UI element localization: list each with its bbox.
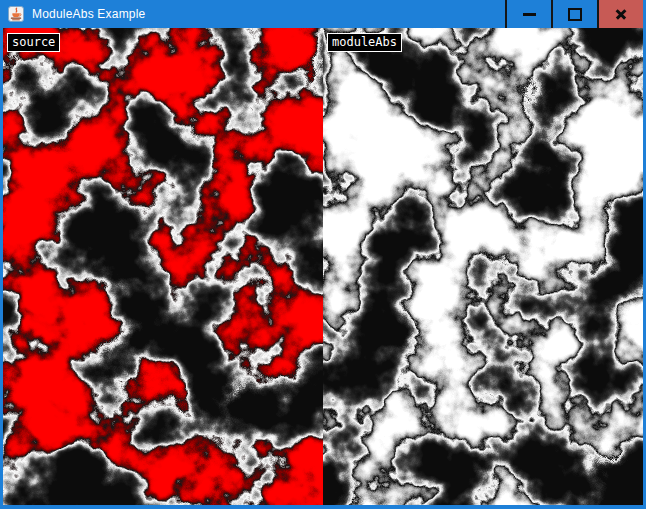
close-button[interactable]: [597, 0, 643, 28]
minimize-dash-icon: [523, 13, 536, 16]
titlebar[interactable]: ModuleAbs Example: [0, 0, 646, 28]
moduleabs-panel: moduleAbs: [323, 28, 643, 505]
window-content: source: [3, 28, 643, 505]
maximize-square-icon: [568, 8, 582, 21]
minimize-button[interactable]: [505, 0, 551, 28]
moduleabs-noise-image: [323, 28, 643, 505]
moduleabs-label: moduleAbs: [327, 33, 402, 52]
close-x-icon: [614, 7, 628, 21]
source-panel: source: [3, 28, 323, 505]
app-window: ModuleAbs Example: [0, 0, 646, 509]
maximize-button[interactable]: [551, 0, 597, 28]
window-title: ModuleAbs Example: [32, 7, 145, 21]
source-label: source: [7, 33, 60, 52]
java-coffee-cup-icon[interactable]: [8, 6, 24, 22]
source-noise-image: [3, 28, 323, 505]
window-controls: [505, 0, 643, 28]
